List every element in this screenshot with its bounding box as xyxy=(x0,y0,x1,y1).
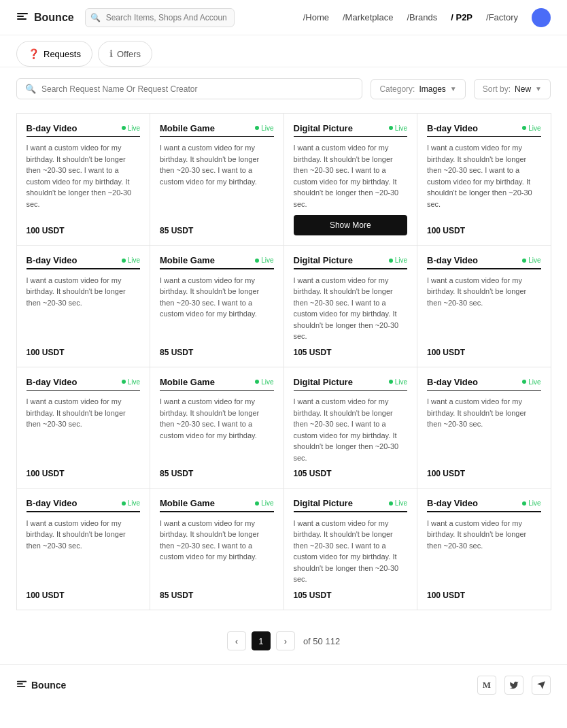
card-divider xyxy=(27,511,141,512)
card-header: B-day Video Live xyxy=(427,377,541,387)
sort-label: Sort by: xyxy=(483,84,511,94)
avatar[interactable] xyxy=(532,8,551,27)
card-price: 85 USDT xyxy=(160,226,274,235)
cards-grid: B-day Video Live I want a custom video f… xyxy=(0,105,567,618)
footer-twitter-icon[interactable] xyxy=(504,676,523,695)
live-badge: Live xyxy=(255,378,273,386)
card-body: I want a custom video for my birthday. I… xyxy=(27,396,141,463)
live-dot xyxy=(122,501,126,506)
live-dot xyxy=(389,259,393,263)
card-body: I want a custom video for my birthday. I… xyxy=(27,142,141,220)
card-body: I want a custom video for my birthday. I… xyxy=(294,275,408,342)
card-price: 105 USDT xyxy=(294,591,408,600)
card-body: I want a custom video for my birthday. I… xyxy=(27,518,141,585)
live-dot xyxy=(122,259,126,263)
card-title: Digital Picture xyxy=(294,498,353,508)
card-body: I want a custom video for my birthday. I… xyxy=(294,396,408,463)
card-header: Digital Picture Live xyxy=(294,377,408,387)
footer-icons: M xyxy=(477,676,551,695)
card-divider xyxy=(294,511,408,512)
card-title: Mobile Game xyxy=(160,255,215,265)
svg-rect-2 xyxy=(17,18,27,20)
footer-medium-icon[interactable]: M xyxy=(477,676,496,695)
current-page-button[interactable]: 1 xyxy=(252,631,271,650)
nav-brands[interactable]: /Brands xyxy=(407,12,437,22)
live-dot xyxy=(255,126,259,130)
svg-rect-4 xyxy=(17,683,23,684)
card-10: Digital Picture Live I want a custom vid… xyxy=(284,367,418,489)
card-body: I want a custom video for my birthday. I… xyxy=(160,396,274,463)
card-title: B-day Video xyxy=(427,255,478,265)
card-header: B-day Video Live xyxy=(27,377,141,387)
card-title: B-day Video xyxy=(27,377,78,387)
filter-sort[interactable]: Sort by: New ▼ xyxy=(474,79,551,99)
card-body: I want a custom video for my birthday. I… xyxy=(27,275,141,342)
search-main-icon: 🔍 xyxy=(25,84,36,94)
prev-page-button[interactable]: ‹ xyxy=(227,631,246,650)
card-divider xyxy=(160,390,274,391)
card-7: B-day Video Live I want a custom video f… xyxy=(417,245,551,367)
live-dot xyxy=(389,501,393,506)
filter-category[interactable]: Category: Images ▼ xyxy=(371,79,465,99)
next-page-button[interactable]: › xyxy=(276,631,295,650)
card-14: Digital Picture Live I want a custom vid… xyxy=(284,488,418,610)
search-icon: 🔍 xyxy=(90,13,101,22)
search-filter-row: 🔍 Category: Images ▼ Sort by: New ▼ xyxy=(0,67,567,105)
card-header: Mobile Game Live xyxy=(160,498,274,508)
card-8: B-day Video Live I want a custom video f… xyxy=(16,367,151,489)
card-divider xyxy=(427,268,541,269)
card-title: Mobile Game xyxy=(160,377,215,387)
live-dot xyxy=(255,259,259,263)
card-9: Mobile Game Live I want a custom video f… xyxy=(150,367,284,489)
live-dot xyxy=(389,126,393,130)
card-divider xyxy=(294,136,408,137)
card-header: Mobile Game Live xyxy=(160,377,274,387)
nav-factory[interactable]: /Factory xyxy=(486,12,518,22)
card-price: 100 USDT xyxy=(427,348,541,357)
card-title: B-day Video xyxy=(27,255,78,265)
header-search-input[interactable] xyxy=(85,8,235,27)
nav-p2p[interactable]: / P2P xyxy=(451,12,472,22)
card-3: B-day Video Live I want a custom video f… xyxy=(417,113,551,246)
logo: Bounce xyxy=(16,12,74,24)
search-input[interactable] xyxy=(41,84,354,94)
offers-icon: ℹ xyxy=(109,48,113,59)
card-divider xyxy=(294,268,408,269)
show-more-button[interactable]: Show More xyxy=(294,215,408,235)
live-badge: Live xyxy=(389,378,407,386)
live-dot xyxy=(122,126,126,130)
card-11: B-day Video Live I want a custom video f… xyxy=(417,367,551,489)
card-price: 100 USDT xyxy=(427,226,541,235)
card-title: Mobile Game xyxy=(160,123,215,133)
card-title: Digital Picture xyxy=(294,377,353,387)
live-badge: Live xyxy=(122,257,140,264)
card-price: 100 USDT xyxy=(27,469,141,478)
footer-logo-text: Bounce xyxy=(31,680,66,691)
card-title: B-day Video xyxy=(427,498,478,508)
category-label: Category: xyxy=(379,84,415,94)
card-13: Mobile Game Live I want a custom video f… xyxy=(150,488,284,610)
nav-home[interactable]: /Home xyxy=(303,12,329,22)
page-total: of 50 112 xyxy=(303,636,340,646)
svg-rect-3 xyxy=(17,681,27,682)
search-main: 🔍 xyxy=(16,78,362,99)
card-header: B-day Video Live xyxy=(427,255,541,265)
header: Bounce 🔍 /Home /Marketplace /Brands / P2… xyxy=(0,0,567,35)
live-badge: Live xyxy=(255,125,273,132)
nav-marketplace[interactable]: /Marketplace xyxy=(343,12,393,22)
card-header: B-day Video Live xyxy=(27,255,141,265)
card-price: 85 USDT xyxy=(160,348,274,357)
card-title: Digital Picture xyxy=(294,255,353,265)
card-body: I want a custom video for my birthday. I… xyxy=(160,142,274,220)
card-title: B-day Video xyxy=(427,123,478,133)
footer-telegram-icon[interactable] xyxy=(532,676,551,695)
live-dot xyxy=(122,380,126,384)
footer-logo-icon xyxy=(16,680,27,691)
live-badge: Live xyxy=(522,499,540,507)
card-price: 85 USDT xyxy=(160,591,274,600)
tab-requests[interactable]: ❓ Requests xyxy=(16,41,92,67)
card-divider xyxy=(27,390,141,391)
live-badge: Live xyxy=(122,499,140,507)
card-0: B-day Video Live I want a custom video f… xyxy=(16,113,151,246)
tab-offers[interactable]: ℹ Offers xyxy=(98,41,152,67)
